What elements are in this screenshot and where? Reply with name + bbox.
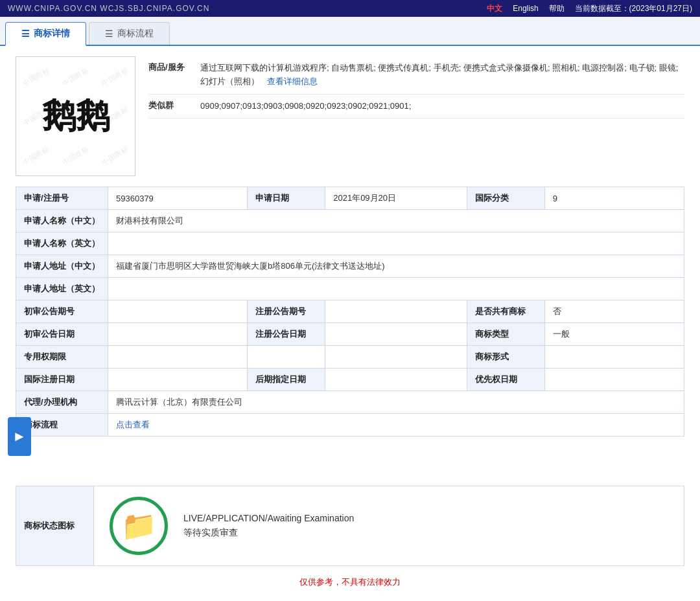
applicant-cn-label: 申请人名称（中文） (16, 210, 108, 232)
table-row-agent: 代理/办理机构 腾讯云计算（北京）有限责任公司 (16, 391, 684, 414)
address-en-label: 申请人地址（英文） (16, 278, 108, 300)
process-link[interactable]: 点击查看 (116, 420, 150, 429)
priority-date-label: 优先权日期 (467, 369, 544, 391)
applicant-cn-value: 财港科技有限公司 (108, 210, 684, 232)
empty-cell-2 (325, 346, 467, 369)
process-value: 点击查看 (108, 414, 684, 437)
top-bar-actions: 中文 English 帮助 当前数据截至：(2023年01月27日) (487, 3, 692, 14)
tab-process-label: 商标流程 (117, 28, 154, 40)
tab-trademark-process[interactable]: ☰ 商标流程 (89, 22, 170, 45)
site-url: WWW.CNIPA.GOV.CN WCJS.SBJ.CNIPA.GOV.CN (8, 4, 487, 13)
view-detail-link[interactable]: 查看详细信息 (267, 76, 318, 86)
shared-mark-label: 是否共有商标 (467, 300, 544, 323)
mark-type-label: 商标类型 (467, 323, 544, 346)
status-en-text: LIVE/APPLICATION/Awaiting Examination (183, 513, 354, 523)
status-zh-text: 等待实质审查 (183, 527, 354, 539)
app-reg-no-label: 申请/注册号 (16, 187, 108, 210)
table-row-pub-shared: 初审公告期号 注册公告期号 是否共有商标 否 (16, 300, 684, 323)
top-navigation-bar: WWW.CNIPA.GOV.CN WCJS.SBJ.CNIPA.GOV.CN 中… (0, 0, 700, 17)
table-row-applicant-en: 申请人名称（英文） (16, 232, 684, 255)
lang-en-button[interactable]: English (513, 4, 538, 13)
reg-pub-no-label: 注册公告期号 (248, 300, 325, 323)
app-reg-no-value: 59360379 (108, 187, 248, 210)
prelim-pub-no-label: 初审公告期号 (16, 300, 108, 323)
reg-pub-date-label: 注册公告日期 (248, 323, 325, 346)
tab-detail-label: 商标详情 (34, 28, 70, 40)
prelim-pub-date-label: 初审公告日期 (16, 323, 108, 346)
lang-zh-button[interactable]: 中文 (487, 3, 502, 14)
agent-label: 代理/办理机构 (16, 391, 108, 414)
later-desig-date-label: 后期指定日期 (248, 369, 325, 391)
later-desig-date-value (325, 369, 467, 391)
reg-pub-date-value (325, 323, 467, 346)
priority-date-value (544, 369, 684, 391)
similar-group-label: 类似群 (148, 100, 200, 111)
next-arrow-button[interactable]: ► (8, 417, 31, 456)
app-date-label: 申请日期 (248, 187, 325, 210)
address-cn-value: 福建省厦门市思明区大学路世贸海峡大厦b塔806单元(法律文书送达地址) (108, 255, 684, 278)
mark-type-value: 一般 (544, 323, 684, 346)
help-button[interactable]: 帮助 (549, 3, 565, 14)
tab-bar: ☰ 商标详情 ☰ 商标流程 (0, 17, 700, 46)
status-content: 📁 LIVE/APPLICATION/Awaiting Examination … (94, 486, 684, 565)
top-trademark-section: 中国商标 中国商标 中国商标 中国商标 中国商标 中国商标 中国商标 中国商标 … (16, 56, 684, 176)
address-en-value (108, 278, 684, 300)
prelim-pub-date-value (108, 323, 248, 346)
table-row-applicant-cn: 申请人名称（中文） 财港科技有限公司 (16, 210, 684, 232)
status-text-block: LIVE/APPLICATION/Awaiting Examination 等待… (183, 513, 354, 539)
main-content-area: 中国商标 中国商标 中国商标 中国商标 中国商标 中国商标 中国商标 中国商标 … (0, 46, 700, 601)
goods-services-label: 商品/服务 (148, 62, 200, 73)
table-row-basic: 申请/注册号 59360379 申请日期 2021年09月20日 国际分类 9 (16, 187, 684, 210)
tab-detail-icon: ☰ (21, 28, 30, 39)
tab-trademark-detail[interactable]: ☰ 商标详情 (5, 22, 86, 46)
prelim-pub-no-value (108, 300, 248, 323)
intl-class-value: 9 (544, 187, 684, 210)
address-cn-label: 申请人地址（中文） (16, 255, 108, 278)
table-row-process: 商标流程 点击查看 (16, 414, 684, 437)
table-row-pub-dates-type: 初审公告日期 注册公告日期 商标类型 一般 (16, 323, 684, 346)
similar-group-row: 类似群 0909;0907;0913;0903;0908;0920;0923;0… (148, 95, 684, 119)
table-row-address-cn: 申请人地址（中文） 福建省厦门市思明区大学路世贸海峡大厦b塔806单元(法律文书… (16, 255, 684, 278)
mark-form-label: 商标形式 (467, 346, 544, 369)
data-date-label: 当前数据截至：(2023年01月27日) (575, 3, 692, 14)
status-section-label: 商标状态图标 (16, 486, 94, 565)
status-section: 商标状态图标 📁 LIVE/APPLICATION/Awaiting Exami… (16, 486, 684, 566)
shared-mark-value: 否 (544, 300, 684, 323)
excl-period-label: 专用权期限 (16, 346, 108, 369)
mark-form-value (544, 346, 684, 369)
applicant-en-label: 申请人名称（英文） (16, 232, 108, 255)
table-row-dates: 国际注册日期 后期指定日期 优先权日期 (16, 369, 684, 391)
intl-reg-date-label: 国际注册日期 (16, 369, 108, 391)
app-date-value: 2021年09月20日 (325, 187, 467, 210)
table-row-excl-form: 专用权期限 商标形式 (16, 346, 684, 369)
trademark-image-box: 中国商标 中国商标 中国商标 中国商标 中国商标 中国商标 中国商标 中国商标 … (16, 56, 135, 176)
intl-reg-date-value (108, 369, 248, 391)
top-info-section: 商品/服务 通过互联网下载的计算机游戏程序; 自动售票机; 便携式传真机; 手机… (148, 56, 684, 176)
trademark-image-text: 鹅鹅 (42, 94, 110, 139)
similar-group-value: 0909;0907;0913;0903;0908;0920;0923;0902;… (200, 100, 684, 113)
empty-cell-1 (248, 346, 325, 369)
tab-process-icon: ☰ (105, 28, 113, 39)
goods-services-value: 通过互联网下载的计算机游戏程序; 自动售票机; 便携式传真机; 手机壳; 便携式… (200, 62, 684, 89)
detail-table: 申请/注册号 59360379 申请日期 2021年09月20日 国际分类 9 … (16, 187, 684, 437)
folder-icon: 📁 (121, 509, 157, 543)
table-row-address-en: 申请人地址（英文） (16, 278, 684, 300)
footer-disclaimer: 仅供参考，不具有法律效力 (16, 576, 684, 596)
applicant-en-value (108, 232, 684, 255)
agent-value: 腾讯云计算（北京）有限责任公司 (108, 391, 684, 414)
status-icon-circle: 📁 (110, 497, 168, 555)
reg-pub-no-value (325, 300, 467, 323)
intl-class-label: 国际分类 (467, 187, 544, 210)
goods-services-row: 商品/服务 通过互联网下载的计算机游戏程序; 自动售票机; 便携式传真机; 手机… (148, 56, 684, 95)
status-row: 商标状态图标 📁 LIVE/APPLICATION/Awaiting Exami… (16, 486, 684, 566)
excl-period-value (108, 346, 248, 369)
